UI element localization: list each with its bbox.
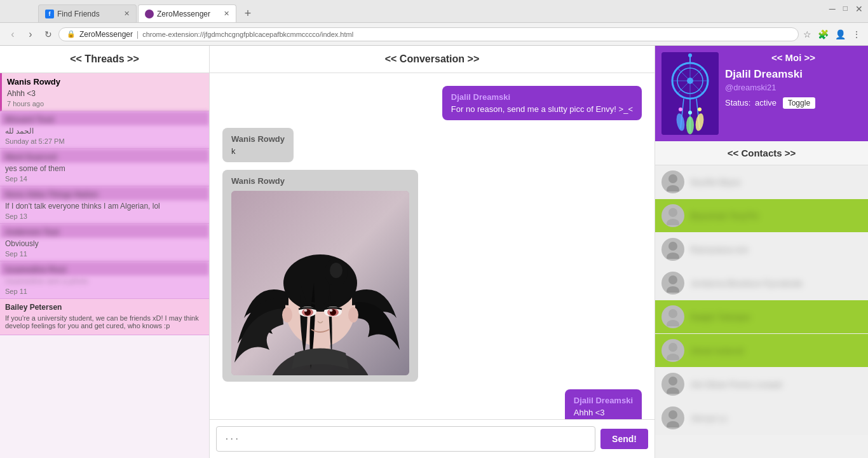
thread-preview-2: الحمد لله [0,125,209,137]
contact-name-6: Abnal Isslarod [691,346,743,356]
thread-item-4[interactable]: Nono Abba Things Nation If I don't talk … [0,186,209,224]
moi-name: Djalil Dreamski [725,68,862,81]
msg1-text: For no reason, send me a slutty picc of … [451,104,633,114]
msg1-sender: Djalil Dreamski [451,92,633,102]
maximize-button[interactable]: □ [843,4,848,14]
moi-status-line: Status: active Toggle [725,97,862,109]
thread-name-wanis: Wanis Rowdy [2,73,209,88]
thread-item-6[interactable]: Issamedine Rout Issamedine sent a photo … [0,261,209,299]
send-button[interactable]: Send! [600,429,648,449]
thread-name-5: Anderoon Tout [0,224,209,238]
tab-bar: f Find Friends ✕ ZeroMessenger ✕ + ─ □ ✕ [0,0,868,23]
conversation-header: << Conversation >> [210,46,654,73]
thread-time-2: Sunday at 5:27 PM [0,137,209,148]
contact-item-2[interactable]: Bassimah TonyThi [655,199,868,233]
svg-point-36 [668,174,677,183]
tab-zero-messenger[interactable]: ZeroMessenger ✕ [138,4,236,22]
thread-time-5: Sep 11 [0,249,209,261]
url-full: chrome-extension://jfgdmchcgngfpblcacepa… [142,31,353,38]
contact-name-8: Jlerrye Lu [691,413,727,423]
svg-point-4 [283,254,357,312]
thread-item-bailey[interactable]: Bailey Petersen If you're a university s… [0,299,209,335]
thread-preview-5: Obviously [0,238,209,249]
contact-avatar-5 [661,305,684,328]
svg-point-44 [668,309,677,318]
thread-item-wanis[interactable]: Wanis Rowdy Ahhh <3 7 hours ago [0,73,209,111]
thread-preview-6: Issamedine sent a photo [0,275,209,287]
msg3-sender: Wanis Rowdy [231,176,409,186]
thread-time-wanis: 7 hours ago [2,99,209,111]
svg-point-51 [667,421,679,427]
contact-item-7[interactable]: Abi Obian Flores Losaad [655,368,868,401]
svg-point-45 [667,320,679,326]
thread-name-bailey: Bailey Petersen [0,299,209,313]
tab-find-friends-close[interactable]: ✕ [124,10,130,18]
menu-icon[interactable]: ⋮ [850,29,863,39]
contact-item-1[interactable]: Nouffel Miyes [655,165,868,199]
profile-icon[interactable]: 👤 [833,29,848,39]
contact-item-6[interactable]: Abnal Isslarod [655,334,868,368]
svg-point-46 [668,343,677,352]
url-lock-icon: 🔒 [67,30,76,38]
messages-area: Djalil Dreamski For no reason, send me a… [210,73,654,419]
back-button[interactable]: ‹ [5,27,20,42]
contact-item-4[interactable]: Jordanna Blosdsun Fyzrakode [655,267,868,300]
message-input[interactable] [216,426,595,452]
msg3-image [231,191,409,375]
toggle-button[interactable]: Toggle [783,97,815,109]
svg-point-6 [330,263,342,278]
svg-point-13 [304,309,308,312]
contact-avatar-1 [661,170,684,193]
contact-item-5[interactable]: Nadph Tolkotpie [655,300,868,334]
thread-preview-3: yes some of them [0,163,209,174]
thread-preview-4: If I don't talk everyone thinks I am Alg… [0,200,209,212]
tab-find-friends-label: Find Friends [57,10,121,18]
contact-name-5: Nadph Tolkotpie [691,312,750,322]
tab-zero-messenger-close[interactable]: ✕ [224,10,229,18]
thread-name-3: Mard Guarcod [0,149,209,163]
contact-item-8[interactable]: Jlerrye Lu [655,401,868,435]
svg-point-33 [698,108,702,111]
threads-list: Wanis Rowdy Ahhh <3 7 hours ago Blouard … [0,73,209,458]
close-button[interactable]: ✕ [855,4,863,14]
svg-point-47 [667,354,679,360]
contacts-section: << Contacts >> Nouffel Miyes Bassimah To… [655,141,868,458]
contact-name-1: Nouffel Miyes [691,177,741,187]
thread-item-2[interactable]: Blouard Toud الحمد لله Sunday at 5:27 PM [0,111,209,149]
svg-point-29 [686,116,694,134]
moi-username: @dreamski21 [725,83,862,92]
new-tab-button[interactable]: + [239,4,257,22]
extensions-icon[interactable]: 🧩 [816,29,831,39]
svg-point-50 [668,410,677,419]
moi-avatar [661,52,719,135]
thread-item-5[interactable]: Anderoon Tout Obviously Sep 11 [0,224,209,261]
contact-name-2: Bassimah TonyThi [691,211,758,221]
svg-point-16 [348,307,358,323]
browser-chrome: f Find Friends ✕ ZeroMessenger ✕ + ─ □ ✕… [0,0,868,46]
msg2-text: k [231,146,285,156]
contact-item-3[interactable]: Ramaslana Ism [655,233,868,267]
fb-icon: f [45,10,54,18]
thread-item-3[interactable]: Mard Guarcod yes some of them Sep 14 [0,149,209,186]
bookmark-icon[interactable]: ☆ [801,29,813,39]
svg-point-32 [688,111,692,114]
minimize-button[interactable]: ─ [829,4,836,14]
reload-button[interactable]: ↻ [41,27,56,42]
svg-point-48 [668,377,677,385]
url-bar[interactable]: 🔒 ZeroMessenger | chrome-extension://jfg… [58,27,799,41]
svg-point-14 [330,309,333,312]
moi-status-value: active [755,98,776,108]
message-1: Djalil Dreamski For no reason, send me a… [442,86,642,120]
moi-info: << Moi >> Djalil Dreamski @dreamski21 St… [725,52,862,109]
message-4: Djalil Dreamski Ahhh <3 [565,389,642,419]
forward-button[interactable]: › [23,27,38,42]
thread-time-4: Sep 13 [0,212,209,223]
svg-point-15 [282,307,292,323]
svg-point-49 [667,387,679,394]
thread-name-6: Issamedine Rout [0,261,209,275]
svg-point-35 [688,53,692,57]
contact-avatar-6 [661,339,684,362]
svg-point-31 [679,108,682,111]
moi-status-label: Status: [725,98,750,108]
tab-find-friends[interactable]: f Find Friends ✕ [38,4,137,22]
